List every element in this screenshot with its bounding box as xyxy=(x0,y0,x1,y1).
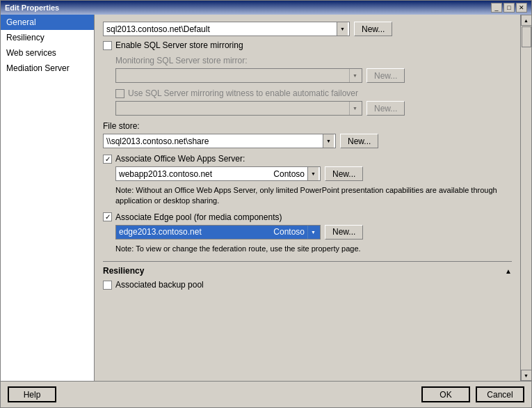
monitoring-combo-arrow[interactable]: ▼ xyxy=(349,69,360,82)
scrollbar[interactable]: ▲ ▼ xyxy=(520,15,531,381)
file-store-label: File store: xyxy=(103,121,512,131)
scroll-thumb[interactable] xyxy=(522,26,531,47)
ok-button[interactable]: OK xyxy=(421,386,470,402)
file-store-row: \\sql2013.contoso.net\share ▼ New... xyxy=(103,134,512,148)
window-content: General Resiliency Web services Mediatio… xyxy=(1,15,531,407)
edge-pool-note: Note: To view or change the federation r… xyxy=(115,244,512,254)
edge-pool-checkbox[interactable] xyxy=(103,212,112,221)
edge-pool-label: Associate Edge pool (for media component… xyxy=(115,212,282,222)
sidebar-item-mediation-server[interactable]: Mediation Server xyxy=(1,61,94,76)
sql-server-combo-arrow[interactable]: ▼ xyxy=(337,22,348,36)
resiliency-collapse-arrow[interactable]: ▲ xyxy=(505,267,512,275)
backup-pool-checkbox[interactable] xyxy=(103,281,112,290)
sidebar: General Resiliency Web services Mediatio… xyxy=(1,15,95,381)
office-web-apps-label: Associate Office Web Apps Server: xyxy=(115,154,245,164)
minimize-button[interactable]: _ xyxy=(491,3,502,13)
scroll-up-btn[interactable]: ▲ xyxy=(521,15,532,26)
cancel-button[interactable]: Cancel xyxy=(476,386,524,402)
witness-row: Use SQL Server mirroring witness to enab… xyxy=(115,88,512,98)
monitoring-new-btn[interactable]: New... xyxy=(366,68,405,83)
scroll-down-btn[interactable]: ▼ xyxy=(521,370,532,381)
witness-label: Use SQL Server mirroring witness to enab… xyxy=(128,88,358,98)
office-web-apps-note: Note: Without an Office Web Apps Server,… xyxy=(115,185,512,207)
edge-pool-combo-row: edge2013.contoso.net Contoso ▼ New... xyxy=(115,225,512,240)
maximize-button[interactable]: □ xyxy=(503,3,515,13)
bottom-bar: Help OK Cancel xyxy=(1,381,531,407)
office-web-apps-combo[interactable]: webapp2013.contoso.net Contoso ▼ xyxy=(115,166,321,181)
witness-checkbox[interactable] xyxy=(115,89,124,98)
witness-combo-arrow[interactable]: ▼ xyxy=(349,102,360,115)
edge-pool-section: Associate Edge pool (for media component… xyxy=(103,212,512,254)
close-button[interactable]: ✕ xyxy=(516,3,527,13)
help-button[interactable]: Help xyxy=(8,386,56,402)
sidebar-item-resiliency[interactable]: Resiliency xyxy=(1,30,94,45)
file-store-new-btn[interactable]: New... xyxy=(340,134,378,148)
sidebar-item-general[interactable]: General xyxy=(1,15,94,30)
office-web-apps-combo-row: webapp2013.contoso.net Contoso ▼ New... xyxy=(115,166,512,181)
bottom-right-buttons: OK Cancel xyxy=(421,386,524,402)
window-title: Edit Properties xyxy=(5,3,59,12)
content-area: sql2013.contoso.net\Default ▼ New... Ena… xyxy=(95,15,520,381)
office-web-apps-new-btn[interactable]: New... xyxy=(325,166,363,181)
edge-pool-short: Contoso xyxy=(271,227,307,237)
edit-properties-window: Edit Properties _ □ ✕ General Resiliency… xyxy=(0,0,532,408)
edge-pool-row: Associate Edge pool (for media component… xyxy=(103,212,512,222)
edge-pool-combo[interactable]: edge2013.contoso.net Contoso ▼ xyxy=(115,225,321,240)
office-web-apps-checkbox[interactable] xyxy=(103,155,112,164)
title-bar: Edit Properties _ □ ✕ xyxy=(1,1,531,15)
title-bar-controls: _ □ ✕ xyxy=(491,3,527,13)
resiliency-header: Resiliency xyxy=(103,266,144,276)
witness-combo-row: ▼ New... xyxy=(115,101,512,116)
backup-pool-row: Associated backup pool xyxy=(103,280,512,290)
file-store-combo[interactable]: \\sql2013.contoso.net\share ▼ xyxy=(103,134,336,148)
monitoring-label: Monitoring SQL Server store mirror: xyxy=(115,56,512,65)
file-store-combo-arrow[interactable]: ▼ xyxy=(323,134,334,148)
backup-pool-label: Associated backup pool xyxy=(115,280,204,290)
sql-server-new-btn[interactable]: New... xyxy=(354,22,392,36)
monitoring-section: Monitoring SQL Server store mirror: ▼ Ne… xyxy=(115,56,512,83)
enable-mirroring-label: Enable SQL Server store mirroring xyxy=(115,40,243,50)
edge-pool-new-btn[interactable]: New... xyxy=(325,225,363,240)
monitoring-row: ▼ New... xyxy=(115,68,512,83)
office-web-apps-combo-arrow[interactable]: ▼ xyxy=(307,167,319,180)
enable-mirroring-row: Enable SQL Server store mirroring xyxy=(103,40,512,50)
file-store-section: File store: \\sql2013.contoso.net\share … xyxy=(103,121,512,148)
resiliency-section: Resiliency ▲ Associated backup pool xyxy=(103,261,512,290)
witness-new-btn[interactable]: New... xyxy=(366,101,405,116)
main-area: General Resiliency Web services Mediatio… xyxy=(1,15,531,381)
office-web-apps-section: Associate Office Web Apps Server: webapp… xyxy=(103,154,512,207)
witness-section: Use SQL Server mirroring witness to enab… xyxy=(115,88,512,116)
sql-server-combo[interactable]: sql2013.contoso.net\Default ▼ xyxy=(103,22,350,36)
monitoring-combo[interactable]: ▼ xyxy=(115,68,362,83)
office-web-apps-short: Contoso xyxy=(271,169,307,179)
sidebar-item-web-services[interactable]: Web services xyxy=(1,45,94,61)
enable-mirroring-checkbox[interactable] xyxy=(103,41,112,50)
resiliency-header-row: Resiliency ▲ xyxy=(103,266,512,276)
witness-combo[interactable]: ▼ xyxy=(115,101,362,116)
edge-pool-combo-arrow[interactable]: ▼ xyxy=(307,226,319,239)
sql-server-row: sql2013.contoso.net\Default ▼ New... xyxy=(103,22,512,36)
office-web-apps-row: Associate Office Web Apps Server: xyxy=(103,154,512,164)
